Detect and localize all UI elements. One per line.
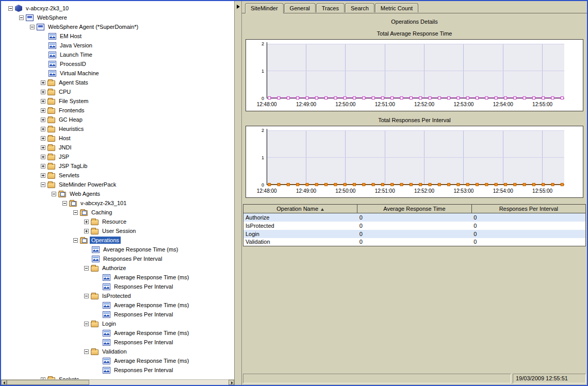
- scrollbar-thumb[interactable]: [7, 380, 89, 385]
- tab-siteminder[interactable]: SiteMinder: [245, 3, 284, 13]
- tree-item-jsp-taglib[interactable]: JSP TagLib: [1, 161, 234, 171]
- collapse-minus-icon[interactable]: [84, 349, 89, 354]
- tab-metric-count[interactable]: Metric Count: [375, 3, 418, 12]
- tree-item-responses-per-interval[interactable]: Responses Per Interval: [1, 338, 234, 347]
- tab-traces[interactable]: Traces: [316, 3, 345, 12]
- tree-horizontal-scrollbar[interactable]: [1, 379, 234, 385]
- expand-plus-icon[interactable]: [41, 127, 45, 131]
- tree-item-label: Caching: [90, 209, 113, 216]
- column-header-average-response-time[interactable]: Average Response Time: [357, 205, 471, 213]
- tree-item-java-version[interactable]: Java Version: [1, 41, 234, 50]
- expand-plus-icon[interactable]: [41, 173, 45, 178]
- tree-item-authorize[interactable]: Authorize: [1, 263, 234, 273]
- operations-table: Operation NameAverage Response TimeRespo…: [243, 204, 586, 246]
- tree-item-operations[interactable]: Operations: [1, 236, 234, 245]
- tree-item-average-response-time-ms[interactable]: Average Response Time (ms): [1, 356, 234, 365]
- tree-item-resource[interactable]: Resource: [1, 217, 234, 226]
- tree-item-processid[interactable]: ProcessID: [1, 59, 234, 69]
- expand-plus-icon[interactable]: [84, 220, 89, 224]
- tree-item-label: GC Heap: [57, 116, 84, 123]
- collapse-minus-icon[interactable]: [52, 192, 56, 196]
- tree-item-responses-per-interval[interactable]: Responses Per Interval: [1, 365, 234, 375]
- tab-general[interactable]: General: [284, 3, 316, 12]
- tree-item-host[interactable]: Host: [1, 133, 234, 143]
- expand-plus-icon[interactable]: [41, 90, 45, 94]
- table-cell: IsProtected: [243, 222, 357, 230]
- tree-item-jndi[interactable]: JNDI: [1, 143, 234, 152]
- collapse-minus-icon[interactable]: [84, 294, 89, 298]
- tree-item-login[interactable]: Login: [1, 319, 234, 328]
- collapse-minus-icon[interactable]: [84, 322, 89, 326]
- expand-plus-icon[interactable]: [41, 145, 45, 150]
- column-header-operation-name[interactable]: Operation Name: [243, 205, 357, 213]
- tree-item-frontends[interactable]: Frontends: [1, 106, 234, 115]
- collapse-minus-icon[interactable]: [73, 238, 78, 243]
- expand-plus-icon[interactable]: [41, 136, 45, 141]
- tab-content: Operations Details Total Average Respons…: [242, 13, 587, 385]
- tree-item-agent-stats[interactable]: Agent Stats: [1, 78, 234, 87]
- collapse-minus-icon[interactable]: [62, 201, 67, 206]
- table-row-validation[interactable]: Validation00: [243, 238, 586, 246]
- tree-item-file-system[interactable]: File System: [1, 96, 234, 106]
- expand-plus-icon[interactable]: [84, 229, 89, 233]
- tree-item-launch-time[interactable]: Launch Time: [1, 50, 234, 59]
- splitter-collapse-icon[interactable]: [237, 5, 240, 9]
- table-cell: 0: [471, 213, 585, 222]
- expand-plus-icon[interactable]: [41, 108, 45, 113]
- tree-item-responses-per-interval[interactable]: Responses Per Interval: [1, 254, 234, 263]
- table-cell: 0: [357, 230, 471, 238]
- tree-item-web-agents[interactable]: Web Agents: [1, 189, 234, 198]
- expand-plus-icon[interactable]: [41, 80, 45, 85]
- tree-item-virtual-machine[interactable]: Virtual Machine: [1, 69, 234, 78]
- tree-item-v-abcxyz-2k3-101[interactable]: v-abcxyz-2k3_101: [1, 198, 234, 208]
- table-row-authorize[interactable]: Authorize00: [243, 213, 586, 222]
- folder-icon: [47, 108, 55, 114]
- collapse-minus-icon[interactable]: [8, 6, 13, 11]
- collapse-minus-icon[interactable]: [73, 210, 78, 215]
- tree-item-validation[interactable]: Validation: [1, 347, 234, 356]
- tree-item-em-host[interactable]: EM Host: [1, 31, 234, 41]
- tree-item-isprotected[interactable]: IsProtected: [1, 291, 234, 300]
- collapse-minus-icon[interactable]: [41, 182, 45, 187]
- expand-plus-icon[interactable]: [41, 99, 45, 104]
- tree-item-gc-heap[interactable]: GC Heap: [1, 115, 234, 124]
- expand-plus-icon[interactable]: [41, 164, 45, 169]
- tree-item-servlets[interactable]: Servlets: [1, 171, 234, 180]
- tree-item-caching[interactable]: Caching: [1, 208, 234, 217]
- tree-item-websphere[interactable]: WebSphere: [1, 13, 234, 22]
- metric-icon: [48, 33, 56, 40]
- tree-item-sockets[interactable]: Sockets: [1, 375, 234, 379]
- tab-search[interactable]: Search: [345, 3, 374, 12]
- scroll-left-button[interactable]: [1, 380, 7, 385]
- tree-item-average-response-time-ms[interactable]: Average Response Time (ms): [1, 300, 234, 310]
- tree-item-average-response-time-ms[interactable]: Average Response Time (ms): [1, 273, 234, 282]
- tree-item-siteminder-powerpack[interactable]: SiteMinder PowerPack: [1, 180, 234, 189]
- metric-icon: [48, 70, 56, 77]
- metric-icon: [103, 283, 110, 290]
- tree-item-v-abcxyz-2k3-10[interactable]: v-abcxyz-2k3_10: [1, 4, 234, 13]
- panel-splitter[interactable]: [235, 1, 242, 385]
- table-row-login[interactable]: Login00: [243, 230, 586, 238]
- collapse-minus-icon[interactable]: [19, 15, 24, 20]
- collapse-minus-icon[interactable]: [30, 25, 35, 29]
- expand-plus-icon[interactable]: [41, 155, 45, 159]
- folder-icon: [47, 155, 55, 160]
- expand-plus-icon[interactable]: [41, 377, 45, 380]
- tree-item-websphere-agent-superdomain[interactable]: WebSphere Agent (*SuperDomain*): [1, 22, 234, 31]
- tree-item-user-session[interactable]: User Session: [1, 226, 234, 236]
- tree-item-heuristics[interactable]: Heuristics: [1, 124, 234, 133]
- tree-item-cpu[interactable]: CPU: [1, 87, 234, 96]
- column-header-responses-per-interval[interactable]: Responses Per Interval: [471, 205, 585, 213]
- tree-item-average-response-time-ms[interactable]: Average Response Time (ms): [1, 328, 234, 338]
- tree-item-average-response-time-ms[interactable]: Average Response Time (ms): [1, 245, 234, 254]
- tree-item-responses-per-interval[interactable]: Responses Per Interval: [1, 282, 234, 291]
- collapse-minus-icon[interactable]: [84, 266, 89, 271]
- tree-item-responses-per-interval[interactable]: Responses Per Interval: [1, 310, 234, 319]
- tree-item-jsp[interactable]: JSP: [1, 152, 234, 161]
- metric-icon: [92, 256, 100, 262]
- table-row-isprotected[interactable]: IsProtected00: [243, 222, 586, 230]
- scroll-right-button[interactable]: [228, 380, 234, 385]
- table-cell: Authorize: [243, 213, 357, 222]
- tab-bar: SiteMinderGeneralTracesSearchMetric Coun…: [242, 1, 587, 13]
- expand-plus-icon[interactable]: [41, 118, 45, 122]
